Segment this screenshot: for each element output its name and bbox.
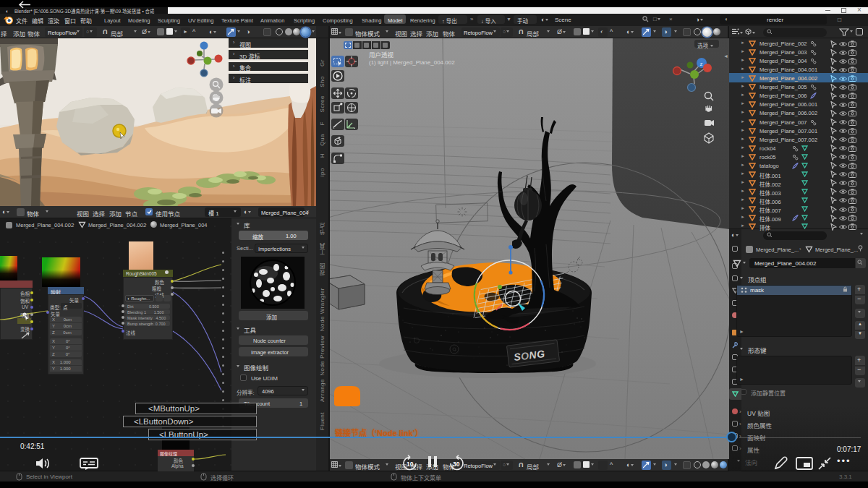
svg-text:10: 10 [407,461,414,468]
svg-text:z: z [700,61,703,67]
svg-text:30: 30 [453,461,460,468]
